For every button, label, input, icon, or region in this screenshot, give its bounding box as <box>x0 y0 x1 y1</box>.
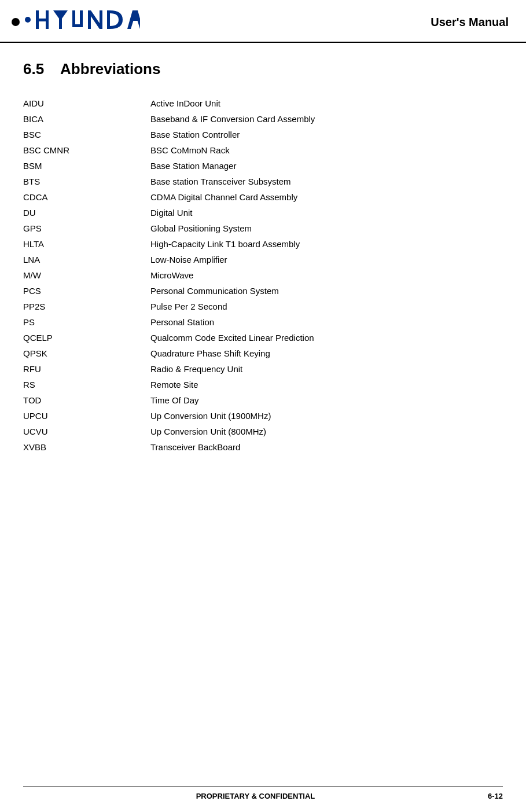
abbrev-row: LNALow-Noise Amplifier <box>23 252 503 267</box>
page-number: 6-12 <box>488 792 503 800</box>
abbrev-term: BSM <box>23 161 150 171</box>
abbrev-term: PS <box>23 317 150 327</box>
section-number: 6.5 <box>23 60 44 78</box>
abbrev-definition: Low-Noise Amplifier <box>150 255 503 264</box>
svg-point-0 <box>25 17 31 23</box>
abbrev-term: QCELP <box>23 333 150 343</box>
abbrev-row: PP2SPulse Per 2 Second <box>23 299 503 314</box>
abbrev-term: PCS <box>23 286 150 296</box>
abbrev-definition: Baseband & IF Conversion Card Assembly <box>150 114 503 124</box>
hyundai-logo-svg <box>24 7 140 32</box>
section-title: Abbreviations <box>60 60 160 78</box>
svg-rect-3 <box>36 19 49 21</box>
abbrev-definition: BSC CoMmoN Rack <box>150 145 503 155</box>
abbrev-definition: Personal Station <box>150 317 503 327</box>
abbrev-term: DU <box>23 208 150 218</box>
abbrev-row: M/WMicroWave <box>23 267 503 283</box>
abbrev-term: UPCU <box>23 411 150 421</box>
abbrev-row: DUDigital Unit <box>23 205 503 221</box>
abbrev-term: QPSK <box>23 348 150 358</box>
svg-rect-11 <box>107 10 110 29</box>
abbrev-definition: Global Positioning System <box>150 223 503 233</box>
abbrev-definition: Transceiver BackBoard <box>150 442 503 452</box>
abbrev-row: PSPersonal Station <box>23 314 503 330</box>
abbrev-row: QPSKQuadrature Phase Shift Keying <box>23 346 503 361</box>
abbrev-term: GPS <box>23 223 150 233</box>
svg-marker-4 <box>53 10 68 29</box>
abbrev-row: BICABaseband & IF Conversion Card Assemb… <box>23 111 503 127</box>
abbrev-row: TODTime Of Day <box>23 392 503 408</box>
abbrev-definition: Pulse Per 2 Second <box>150 302 503 311</box>
abbrev-row: RFURadio & Frequency Unit <box>23 361 503 377</box>
abbrev-term: CDCA <box>23 192 150 202</box>
svg-rect-13 <box>131 19 139 21</box>
logo-area <box>12 7 140 37</box>
logo-dot-icon <box>12 18 20 26</box>
abbrev-definition: Up Conversion Unit (1900MHz) <box>150 411 503 421</box>
manual-title: User's Manual <box>431 16 509 29</box>
svg-rect-10 <box>100 10 102 29</box>
abbrev-term: M/W <box>23 270 150 280</box>
abbrev-term: LNA <box>23 255 150 264</box>
main-content: 6.5 Abbreviations AIDUActive InDoor Unit… <box>0 43 526 478</box>
abbrev-definition: Base Station Controller <box>150 130 503 139</box>
abbrev-definition: CDMA Digital Channel Card Assembly <box>150 192 503 202</box>
abbrev-definition: Digital Unit <box>150 208 503 218</box>
abbrev-term: BSC <box>23 130 150 139</box>
abbreviations-list: AIDUActive InDoor UnitBICABaseband & IF … <box>23 95 503 455</box>
abbrev-row: AIDUActive InDoor Unit <box>23 95 503 111</box>
abbrev-definition: Active InDoor Unit <box>150 98 503 108</box>
footer-proprietary: PROPRIETARY & CONFIDENTIAL <box>23 792 488 800</box>
company-logo <box>24 7 140 37</box>
abbrev-definition: Remote Site <box>150 380 503 390</box>
abbrev-term: PP2S <box>23 302 150 311</box>
abbrev-definition: Radio & Frequency Unit <box>150 364 503 374</box>
abbrev-definition: MicroWave <box>150 270 503 280</box>
abbrev-definition: Quadrature Phase Shift Keying <box>150 348 503 358</box>
svg-rect-5 <box>72 10 75 24</box>
abbrev-term: RFU <box>23 364 150 374</box>
abbrev-definition: Up Conversion Unit (800MHz) <box>150 427 503 436</box>
abbrev-row: BTSBase station Transceiver Subsystem <box>23 174 503 189</box>
abbrev-definition: High-Capacity Link T1 board Assembly <box>150 239 503 249</box>
abbrev-row: HLTAHigh-Capacity Link T1 board Assembly <box>23 236 503 252</box>
abbrev-term: TOD <box>23 395 150 405</box>
page-footer: PROPRIETARY & CONFIDENTIAL 6-12 <box>23 787 503 800</box>
abbrev-row: GPSGlobal Positioning System <box>23 221 503 236</box>
abbrev-term: XVBB <box>23 442 150 452</box>
abbrev-definition: Base station Transceiver Subsystem <box>150 177 503 186</box>
abbrev-row: BSCBase Station Controller <box>23 127 503 142</box>
abbrev-definition: Qualcomm Code Excited Linear Prediction <box>150 333 503 343</box>
abbrev-row: UCVUUp Conversion Unit (800MHz) <box>23 424 503 439</box>
abbrev-term: HLTA <box>23 239 150 249</box>
abbrev-row: BSC CMNRBSC CoMmoN Rack <box>23 142 503 158</box>
abbrev-row: BSMBase Station Manager <box>23 158 503 174</box>
abbrev-term: AIDU <box>23 98 150 108</box>
page-header: User's Manual <box>0 0 526 43</box>
abbrev-term: BSC CMNR <box>23 145 150 155</box>
abbrev-row: RSRemote Site <box>23 377 503 392</box>
abbrev-term: BTS <box>23 177 150 186</box>
abbrev-row: QCELPQualcomm Code Excited Linear Predic… <box>23 330 503 346</box>
svg-rect-7 <box>80 10 83 27</box>
section-heading: 6.5 Abbreviations <box>23 60 503 78</box>
abbrev-row: XVBBTransceiver BackBoard <box>23 439 503 455</box>
abbrev-row: PCSPersonal Communication System <box>23 283 503 299</box>
abbrev-term: UCVU <box>23 427 150 436</box>
abbrev-definition: Personal Communication System <box>150 286 503 296</box>
abbrev-row: UPCUUp Conversion Unit (1900MHz) <box>23 408 503 424</box>
abbrev-definition: Base Station Manager <box>150 161 503 171</box>
abbrev-row: CDCACDMA Digital Channel Card Assembly <box>23 189 503 205</box>
abbrev-definition: Time Of Day <box>150 395 503 405</box>
abbrev-term: BICA <box>23 114 150 124</box>
abbrev-term: RS <box>23 380 150 390</box>
